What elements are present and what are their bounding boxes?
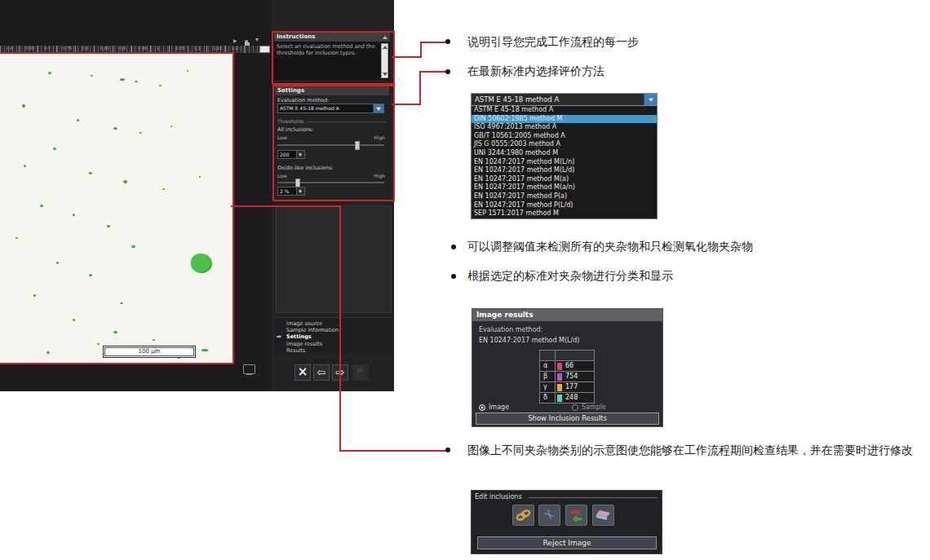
eraser-icon[interactable] <box>592 505 614 526</box>
scissors-icon[interactable]: ✂ <box>538 505 560 526</box>
image-radio[interactable] <box>479 404 485 411</box>
class-color-swatch <box>557 373 562 381</box>
inclusion-speck <box>191 254 212 273</box>
dropdown-option[interactable]: GB/T 10561:2005 method A <box>472 132 657 141</box>
display-icon[interactable] <box>243 364 255 374</box>
inclusion-speck <box>33 294 36 297</box>
scale-bar: 100 µm <box>103 346 196 358</box>
table-header-row <box>540 351 594 361</box>
image-radio-label: Image <box>489 403 509 411</box>
show-inclusion-results-button[interactable]: Show Inclusion Results <box>476 412 659 425</box>
annotation-box-instructions <box>272 31 395 85</box>
inclusion-speck <box>131 245 135 248</box>
standards-dropdown: ASTM E 45-18 method A ASTM E 45-18 metho… <box>471 93 658 219</box>
image-results-panel: Image results Evaluation method: EN 1024… <box>472 308 663 427</box>
ruler-label: 1.2 <box>232 46 238 51</box>
class-count-table: α66β754γ177δ248 <box>539 350 595 403</box>
chevron-down-icon[interactable]: ▾ <box>255 36 259 43</box>
workflow-step-image-results[interactable]: Image results <box>274 341 392 347</box>
image-results-header: Image results <box>472 309 662 321</box>
workflow-step-list: Image sourceSample information⇨SettingsI… <box>274 317 392 356</box>
annotation-text-standards: 在最新标准内选择评价方法 <box>467 64 928 78</box>
dropdown-button[interactable] <box>644 94 657 105</box>
selected-standard: ASTM E 45-18 method A <box>472 94 644 105</box>
workflow-step-sample-information[interactable]: Sample information <box>274 327 392 333</box>
inclusion-speck <box>56 262 59 264</box>
inclusion-speck <box>40 205 43 207</box>
evaluation-method-value: EN 10247:2017 method M(L/d) <box>479 337 579 344</box>
inclusion-speck <box>107 225 110 227</box>
ruler-label: 1.1 <box>194 46 201 51</box>
inclusion-speck <box>16 237 18 239</box>
reject-image-button[interactable]: Reject Image <box>477 536 657 549</box>
dropdown-option[interactable]: DIN 50602:1985 method M <box>472 115 657 124</box>
ruler-label: 0.9 <box>119 46 126 51</box>
annotation-box-settings <box>272 85 395 201</box>
inclusion-speck <box>120 78 125 81</box>
dropdown-option[interactable]: EN 10247:2017 method M(L/d) <box>472 166 657 175</box>
inclusion-speck <box>89 274 92 276</box>
value-cell: 177 <box>556 382 594 392</box>
inclusion-speck <box>91 75 93 77</box>
workflow-step-results[interactable]: Results <box>274 347 392 354</box>
inclusion-speck <box>140 132 142 134</box>
sample-radio[interactable] <box>572 404 578 411</box>
annotation-text-classification: 根据选定的标准对夹杂物进行分类和显示 <box>467 269 928 283</box>
workflow-step-image-source[interactable]: Image source <box>274 320 392 327</box>
table-row: γ177 <box>540 382 594 393</box>
inclusion-speck <box>46 351 50 354</box>
annotation-text-instructions: 说明引导您完成工作流程的每一步 <box>467 35 928 49</box>
class-color-swatch <box>557 384 562 391</box>
dropdown-option[interactable]: ASTM E 45-18 method A <box>472 106 657 115</box>
viewer-toolbar: ▶ ▾ <box>0 34 270 46</box>
dropdown-option[interactable]: EN 10247:2017 method M(a) <box>472 175 657 184</box>
dropdown-option[interactable]: EN 10247:2017 method M(a/n) <box>472 183 657 192</box>
dropdown-option[interactable]: EN 10247:2017 method M(L/n) <box>472 158 657 167</box>
inclusion-speck <box>73 214 75 216</box>
evaluation-method-label: Evaluation method: <box>479 326 542 333</box>
standards-dropdown-selected[interactable]: ASTM E 45-18 method A <box>471 93 658 106</box>
inclusion-speck <box>120 302 123 304</box>
wizard-navigation: × ⇦ ⇨ <box>274 361 392 387</box>
inclusion-speck <box>97 343 100 345</box>
finish-flag-icon <box>352 364 369 381</box>
value-cell: 66 <box>556 361 594 371</box>
edit-inclusions-panel: Edit inclusions ✂ Reject Im <box>471 490 662 554</box>
class-cell: α <box>540 361 556 371</box>
play-icon[interactable]: ▶ <box>233 37 237 43</box>
workflow-step-settings[interactable]: ⇨Settings <box>274 333 392 340</box>
table-row: β754 <box>540 372 594 382</box>
cancel-button[interactable]: × <box>294 364 311 381</box>
dropdown-option[interactable]: JIS G 0555:2003 method A <box>472 140 657 149</box>
standards-option-list: ASTM E 45-18 method ADIN 50602:1985 meth… <box>471 106 658 219</box>
ruler-label: 0.75 <box>63 46 72 51</box>
ruler-label: 0.8 <box>82 46 88 51</box>
back-button[interactable]: ⇦ <box>313 364 330 381</box>
dropdown-option[interactable]: EN 10247:2017 method P(a) <box>472 192 657 201</box>
class-color-swatch <box>557 395 562 402</box>
dropdown-option[interactable]: ISO 4967:2013 method A <box>472 123 657 132</box>
classify-icon[interactable] <box>565 505 587 526</box>
ruler-label: 0.65 <box>25 46 34 51</box>
inclusion-speck <box>135 81 138 82</box>
results-placeholder-panel <box>276 205 392 313</box>
inclusion-speck <box>202 349 208 351</box>
annotation-text-edit: 图像上不同夹杂物类别的示意图使您能够在工作流程期间检查结果，并在需要时进行修改 <box>467 443 928 457</box>
ruler-end-button[interactable] <box>259 46 270 53</box>
ruler-label: 1.05 <box>175 46 184 51</box>
specimen-image[interactable]: 100 µm <box>0 52 234 364</box>
inclusion-speck <box>77 119 79 121</box>
inclusion-speck <box>89 172 92 174</box>
ruler-label: 0.95 <box>138 46 147 51</box>
dropdown-option[interactable]: EN 10247:2017 method P(L/d) <box>472 201 657 210</box>
inclusion-speck <box>24 165 26 167</box>
link-icon[interactable] <box>512 505 534 526</box>
inclusion-speck <box>159 85 162 86</box>
page: i ? − × Inclusions Worst Field ▶ ▾ 0.60.… <box>0 0 930 560</box>
class-cell: δ <box>540 393 556 403</box>
inclusion-speck <box>123 180 127 183</box>
dropdown-option[interactable]: UNI 3244:1980 method M <box>472 149 657 158</box>
class-cell: γ <box>540 382 556 392</box>
ruler-label: 1.15 <box>213 46 222 51</box>
dropdown-option[interactable]: SEP 1571:2017 method M <box>472 209 657 218</box>
